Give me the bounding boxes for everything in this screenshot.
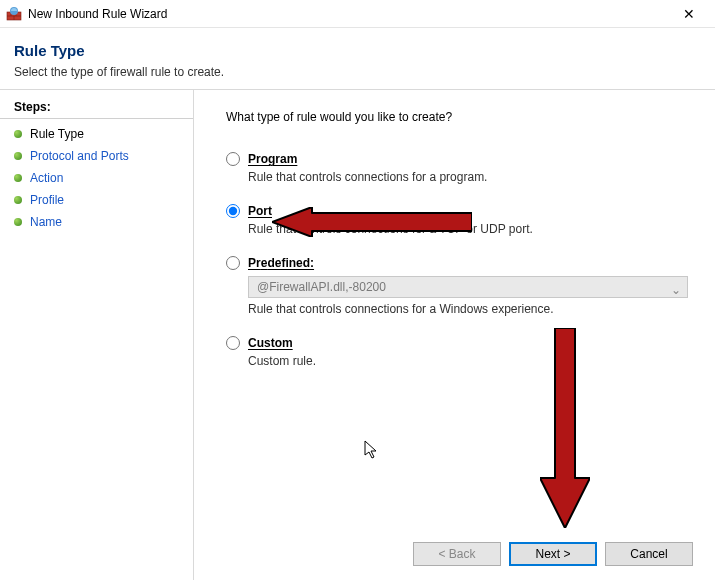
wizard-footer: < Back Next > Cancel <box>413 542 693 566</box>
option-custom-desc: Custom rule. <box>248 354 693 368</box>
close-button[interactable]: ✕ <box>669 0 709 28</box>
step-name[interactable]: Name <box>0 211 193 233</box>
step-label: Name <box>30 215 62 229</box>
option-custom-label: Custom <box>248 336 293 350</box>
steps-header: Steps: <box>0 98 193 119</box>
bullet-icon <box>14 174 22 182</box>
option-program: Program Rule that controls connections f… <box>226 152 693 184</box>
option-program-desc: Rule that controls connections for a pro… <box>248 170 693 184</box>
step-protocol-ports[interactable]: Protocol and Ports <box>0 145 193 167</box>
option-port-desc: Rule that controls connections for a TCP… <box>248 222 693 236</box>
next-button[interactable]: Next > <box>509 542 597 566</box>
steps-sidebar: Steps: Rule Type Protocol and Ports Acti… <box>0 90 194 580</box>
close-icon: ✕ <box>683 6 695 22</box>
bullet-icon <box>14 218 22 226</box>
radio-predefined[interactable] <box>226 256 240 270</box>
cursor-icon <box>364 440 380 460</box>
step-action[interactable]: Action <box>0 167 193 189</box>
option-custom-row[interactable]: Custom <box>226 336 693 350</box>
bullet-icon <box>14 130 22 138</box>
predefined-value: @FirewallAPI.dll,-80200 <box>257 280 386 294</box>
option-port-label: Port <box>248 204 272 218</box>
step-label: Rule Type <box>30 127 84 141</box>
radio-custom[interactable] <box>226 336 240 350</box>
step-label: Protocol and Ports <box>30 149 129 163</box>
chevron-down-icon: ⌄ <box>671 283 681 297</box>
option-program-label: Program <box>248 152 297 166</box>
cancel-button[interactable]: Cancel <box>605 542 693 566</box>
page-title: Rule Type <box>14 42 701 59</box>
step-profile[interactable]: Profile <box>0 189 193 211</box>
predefined-select: @FirewallAPI.dll,-80200 ⌄ <box>248 276 688 298</box>
radio-program[interactable] <box>226 152 240 166</box>
option-port-row[interactable]: Port <box>226 204 693 218</box>
back-button: < Back <box>413 542 501 566</box>
page-subtitle: Select the type of firewall rule to crea… <box>14 65 701 79</box>
bullet-icon <box>14 196 22 204</box>
titlebar: New Inbound Rule Wizard ✕ <box>0 0 715 28</box>
option-predefined: Predefined: @FirewallAPI.dll,-80200 ⌄ Ru… <box>226 256 693 316</box>
wizard-header: Rule Type Select the type of firewall ru… <box>0 28 715 90</box>
radio-port[interactable] <box>226 204 240 218</box>
content-prompt: What type of rule would you like to crea… <box>226 110 693 124</box>
window-title: New Inbound Rule Wizard <box>28 7 669 21</box>
step-rule-type[interactable]: Rule Type <box>0 123 193 145</box>
option-program-row[interactable]: Program <box>226 152 693 166</box>
option-predefined-desc: Rule that controls connections for a Win… <box>248 302 693 316</box>
option-predefined-label: Predefined: <box>248 256 314 270</box>
option-port: Port Rule that controls connections for … <box>226 204 693 236</box>
step-label: Action <box>30 171 63 185</box>
option-predefined-row[interactable]: Predefined: <box>226 256 693 270</box>
firewall-icon <box>6 6 22 22</box>
bullet-icon <box>14 152 22 160</box>
step-label: Profile <box>30 193 64 207</box>
option-custom: Custom Custom rule. <box>226 336 693 368</box>
wizard-content: What type of rule would you like to crea… <box>194 90 715 580</box>
wizard-body: Steps: Rule Type Protocol and Ports Acti… <box>0 90 715 580</box>
